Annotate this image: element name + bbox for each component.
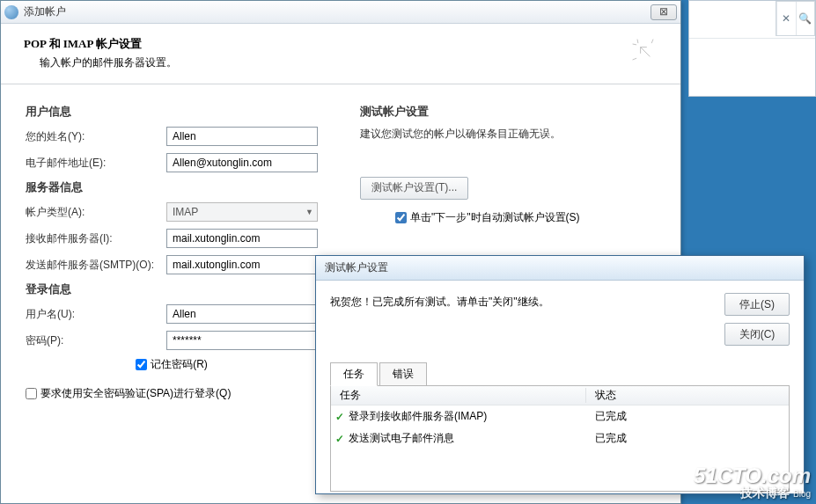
stop-button[interactable]: 停止(S) [724,293,790,316]
tab-errors[interactable]: 错误 [379,362,427,386]
status-cell: 已完成 [586,431,789,446]
check-icon: ✓ [331,433,349,445]
section-user-info: 用户信息 [26,104,360,120]
email-input[interactable] [166,153,318,172]
test-info-text: 建议您测试您的帐户以确保条目正确无误。 [360,127,663,142]
name-input[interactable] [166,127,318,146]
username-input[interactable] [166,304,318,324]
spa-label: 要求使用安全密码验证(SPA)进行登录(Q) [40,386,231,401]
password-input[interactable] [166,331,318,350]
outgoing-label: 发送邮件服务器(SMTP)(O): [26,258,166,273]
col-task: 任务 [331,388,586,403]
section-login-info: 登录信息 [26,281,360,297]
col-status: 状态 [586,388,789,403]
check-icon: ✓ [331,411,349,423]
incoming-input[interactable] [166,229,318,248]
table-row: ✓ 发送测试电子邮件消息 已完成 [331,427,789,449]
status-cell: 已完成 [586,409,789,424]
test-success-message: 祝贺您！已完成所有测试。请单击"关闭"继续。 [330,293,724,310]
test-account-dialog: 测试帐户设置 祝贺您！已完成所有测试。请单击"关闭"继续。 停止(S) 关闭(C… [315,255,805,494]
test-dialog-title: 测试帐户设置 [316,256,804,281]
task-cell: 登录到接收邮件服务器(IMAP) [349,409,586,424]
chevron-down-icon: ▼ [305,208,313,216]
close-button[interactable]: ⊠ [651,4,677,20]
task-cell: 发送测试电子邮件消息 [349,431,586,446]
remember-password-label: 记住密码(R) [151,357,208,372]
auto-test-checkbox[interactable] [395,212,407,223]
account-type-value: IMAP [173,206,198,218]
tab-tasks[interactable]: 任务 [330,362,378,386]
auto-test-label: 单击"下一步"时自动测试帐户设置(S) [410,210,580,225]
section-test-settings: 测试帐户设置 [360,104,663,120]
incoming-label: 接收邮件服务器(I): [26,231,166,246]
username-label: 用户名(U): [26,307,166,322]
remember-password-checkbox[interactable] [136,359,147,370]
cursor-icon [629,36,665,71]
email-label: 电子邮件地址(E): [26,156,166,171]
background-panel [689,38,815,96]
close-button[interactable]: 关闭(C) [724,323,790,346]
account-type-label: 帐户类型(A): [26,205,166,220]
outgoing-input[interactable] [166,255,318,274]
section-server-info: 服务器信息 [26,179,360,195]
window-title: 添加帐户 [24,4,651,19]
password-label: 密码(P): [26,333,166,348]
title-bar: 添加帐户 ⊠ [1,1,680,24]
background-toolbar: ✕ 🔍 [688,0,816,97]
page-subtitle: 输入帐户的邮件服务器设置。 [24,55,629,70]
close-x-icon[interactable]: ✕ [776,2,796,35]
name-label: 您的姓名(Y): [26,129,166,144]
spa-checkbox[interactable] [26,388,37,399]
test-results-table: 任务 状态 ✓ 登录到接收邮件服务器(IMAP) 已完成 ✓ 发送测试电子邮件消… [330,386,790,492]
search-icon[interactable]: 🔍 [796,2,815,35]
window-icon [4,5,18,19]
account-type-select: IMAP ▼ [166,202,318,222]
table-row: ✓ 登录到接收邮件服务器(IMAP) 已完成 [331,405,789,427]
page-title: POP 和 IMAP 帐户设置 [24,36,629,52]
test-settings-button[interactable]: 测试帐户设置(T)... [360,177,468,200]
